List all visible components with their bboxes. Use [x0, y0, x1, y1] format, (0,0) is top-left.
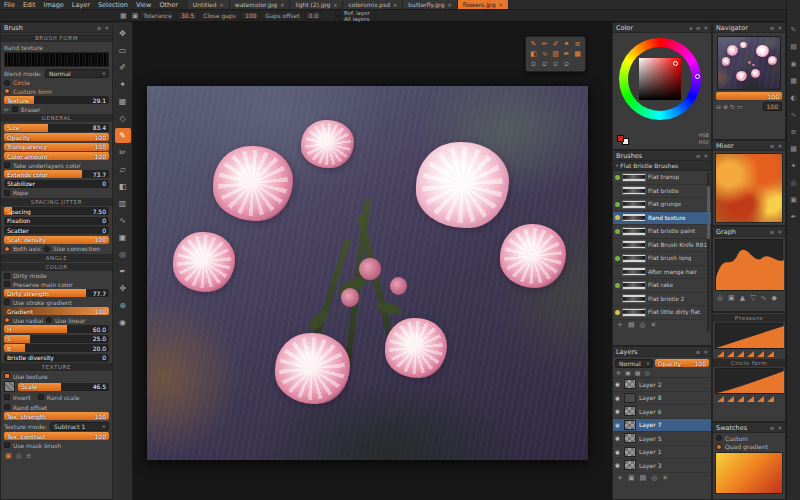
shape-triangle-icon[interactable]: ▲ — [740, 294, 745, 302]
shape-circle-icon[interactable]: ◎ — [717, 294, 723, 302]
tab-close-icon[interactable]: ✕ — [393, 2, 397, 8]
painting-canvas[interactable] — [147, 86, 588, 460]
layer-blend-mode-dropdown[interactable]: Normal ▾ — [615, 359, 653, 368]
brush-list-item[interactable]: Flat brush long — [613, 252, 711, 266]
texture-option-checkbox[interactable]: Rand offset — [4, 404, 47, 411]
panel-close-icon[interactable]: ✕ — [777, 25, 782, 31]
underlayers-checkbox[interactable]: Take underlayers color — [4, 162, 109, 169]
panel-close-icon[interactable]: ✕ — [703, 349, 708, 355]
document-tab[interactable]: butterfly.jpg ✕ — [403, 0, 457, 9]
texture-mode-dropdown[interactable]: Subtract 1 ▾ — [50, 422, 109, 431]
panel-close-icon[interactable]: ✕ — [104, 25, 109, 31]
hsb-slider[interactable]: H 60.0 — [4, 325, 109, 333]
pressure-preset-icon[interactable] — [757, 351, 764, 357]
brush-list-item[interactable]: After manga hair — [613, 266, 711, 280]
pressure-preset-icon[interactable] — [747, 351, 754, 357]
layer-row[interactable]: ◉ Layer 2 — [613, 378, 711, 392]
layer-row[interactable]: ◉ Layer 3 — [613, 459, 711, 473]
graph-curve[interactable] — [715, 239, 783, 291]
section-angle[interactable]: ANGLE — [1, 254, 112, 262]
spacing-slider[interactable]: Fixation 0 — [4, 217, 109, 225]
menu-item[interactable]: Layer — [68, 1, 94, 9]
tool-button[interactable]: ✎ — [115, 128, 131, 143]
add-brush-icon[interactable]: + — [617, 321, 623, 329]
quick-tool-icon[interactable]: ◧ — [528, 49, 539, 59]
clipping-mask-icon[interactable]: ▦ — [635, 369, 641, 376]
zoom-in-icon[interactable]: ⊕ — [723, 103, 728, 110]
panel-toggle-icon[interactable]: ✎ — [791, 26, 797, 34]
form-radio[interactable]: Custom form — [4, 88, 109, 95]
color-checkbox[interactable]: Dirty mode — [4, 272, 109, 279]
panel-toggle-icon[interactable]: ≡ — [791, 128, 797, 136]
mask-brush-checkbox[interactable]: Use mask brush — [4, 442, 109, 449]
gradient-slider[interactable]: Gradient 100 — [4, 307, 109, 315]
pressure-curve[interactable] — [715, 323, 783, 349]
tool-button[interactable]: ◇ — [115, 111, 131, 126]
tool-button[interactable]: ▥ — [115, 196, 131, 211]
tool-button[interactable]: ✏ — [115, 145, 131, 160]
tab-close-icon[interactable]: ✕ — [499, 2, 503, 8]
menu-item[interactable]: Selection — [94, 1, 132, 9]
bristle-diversity-slider[interactable]: Bristle diversity 0 — [4, 354, 109, 362]
hue-marker[interactable] — [695, 74, 700, 79]
tab-close-icon[interactable]: ✕ — [220, 2, 224, 8]
brush-list-item[interactable]: Flat grunge — [613, 198, 711, 212]
document-tab[interactable]: colorsmix.psd ✕ — [343, 0, 403, 9]
eraser-checkbox[interactable]: ✏ Eraser — [4, 106, 109, 113]
menu-item[interactable]: Other — [155, 1, 181, 9]
brush-group-dropdown[interactable]: ▾ Flat Bristle Brushes — [613, 161, 711, 171]
quick-tool-icon[interactable]: ✎ — [528, 39, 539, 49]
brush-list-item[interactable]: Flat bristle 2 — [613, 293, 711, 307]
general-slider[interactable]: Stabilizer 0 — [4, 180, 109, 188]
panel-toggle-icon[interactable]: ✒ — [791, 213, 797, 221]
panel-toggle-icon[interactable]: ∿ — [791, 111, 797, 119]
quick-tool-icon[interactable]: ✐ — [550, 39, 561, 49]
tool-button[interactable]: ✦ — [115, 77, 131, 92]
mixer-canvas[interactable] — [715, 153, 783, 223]
pressure-label[interactable]: Pressure — [713, 314, 785, 322]
favorite-star-icon[interactable]: ✩ — [561, 59, 572, 69]
pressure-preset-icon[interactable] — [717, 351, 724, 357]
menu-item[interactable]: View — [132, 1, 155, 9]
circle-form-preset-icon[interactable] — [757, 396, 764, 402]
quick-tool-icon[interactable]: ▦ — [572, 49, 583, 59]
panel-toggle-icon[interactable]: ▤ — [790, 43, 797, 51]
tool-button[interactable]: ▱ — [115, 162, 131, 177]
brush-reset-icon[interactable]: ◎ — [16, 452, 22, 460]
navigator-zoom-slider[interactable]: 100 — [716, 92, 782, 100]
new-layer-icon[interactable]: + — [617, 474, 623, 482]
duplicate-layer-icon[interactable]: ▤ — [640, 474, 647, 482]
gaps-offset-field[interactable]: 0.0 — [305, 11, 323, 20]
panel-menu-icon[interactable]: ≡ — [97, 25, 102, 31]
tool-button[interactable]: ◎ — [115, 247, 131, 262]
merge-layer-icon[interactable]: ◎ — [651, 474, 657, 482]
tool-button[interactable]: ⊕ — [115, 298, 131, 313]
spacing-slider[interactable]: Scatter 0 — [4, 226, 109, 234]
panel-toggle-icon[interactable]: ◐ — [790, 94, 796, 102]
delete-layer-icon[interactable]: ✕ — [662, 474, 668, 482]
tool-button[interactable]: ✥ — [115, 26, 131, 41]
axis-radio[interactable]: Size connection — [44, 245, 100, 252]
panel-toggle-icon[interactable]: ▦ — [790, 77, 797, 85]
general-slider[interactable]: Extends color 73.7 — [4, 170, 109, 178]
layer-effects-icon[interactable]: ◎ — [644, 369, 649, 376]
tolerance-field[interactable]: 30.5 — [177, 11, 198, 20]
panel-menu-icon[interactable]: ≡ — [696, 153, 701, 159]
menu-item[interactable]: Edit — [19, 1, 40, 9]
close-gaps-field[interactable]: 100 — [241, 11, 260, 20]
panel-toggle-icon[interactable]: ▩ — [790, 145, 797, 153]
tool-button[interactable]: ▭ — [115, 43, 131, 58]
axis-radio[interactable]: Both axis — [4, 245, 41, 252]
document-tab[interactable]: light (2).jpg ✕ — [290, 0, 343, 9]
pressure-preset-icon[interactable] — [737, 351, 744, 357]
panel-close-icon[interactable]: ✕ — [703, 153, 708, 159]
layer-row[interactable]: ◉ Layer 5 — [613, 432, 711, 446]
quick-tool-icon[interactable]: ✒ — [561, 49, 572, 59]
layer-visibility-icon[interactable]: ◉ — [615, 422, 621, 428]
ref-layer-checkbox[interactable]: Ref. layer — [335, 10, 370, 15]
general-slider[interactable]: Transparency 100 — [4, 143, 109, 151]
spacing-slider[interactable]: Scat. density 100 — [4, 236, 109, 244]
pressure-preset-icon[interactable] — [727, 351, 734, 357]
section-texture[interactable]: TEXTURE — [1, 363, 112, 371]
brush-list-item[interactable]: Flat bristle — [613, 185, 711, 199]
